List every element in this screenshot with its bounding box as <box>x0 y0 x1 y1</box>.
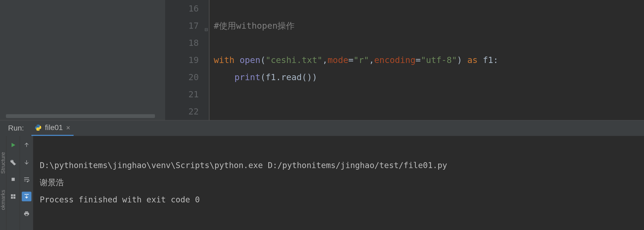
project-panel <box>0 0 165 120</box>
bookmarks-tab[interactable]: okmarks <box>0 190 6 210</box>
comment-text: #使用withopen操作 <box>214 21 295 31</box>
run-toolbar-col2 <box>20 136 33 230</box>
line-number: 17 <box>165 17 199 34</box>
soft-wrap-icon[interactable] <box>22 175 31 184</box>
code-line: with open("ceshi.txt",mode="r",encoding=… <box>214 51 644 69</box>
code-line: #使用withopen操作 <box>214 17 644 34</box>
console-line: D:\pythonitems\jinghao\venv\Scripts\pyth… <box>40 157 638 174</box>
svg-rect-3 <box>11 197 13 199</box>
editor-top-area: 16 17 18 19 20 21 22 ⊟ #使用withopen操作 wit… <box>0 0 644 120</box>
gutter: 16 17 18 19 20 21 22 <box>165 0 209 120</box>
project-scrollbar[interactable] <box>6 114 155 118</box>
run-toolbar-col1 <box>6 136 20 230</box>
scroll-to-end-icon[interactable] <box>22 192 31 201</box>
code-line <box>214 34 644 51</box>
rerun-button[interactable] <box>8 140 18 150</box>
down-arrow-icon[interactable] <box>22 157 31 167</box>
line-number: 19 <box>165 51 199 69</box>
svg-rect-0 <box>12 178 15 181</box>
structure-tab[interactable]: Structure <box>0 152 6 174</box>
code-line <box>214 86 644 103</box>
svg-rect-1 <box>11 194 13 196</box>
up-arrow-icon[interactable] <box>22 140 31 150</box>
code-line <box>214 0 644 17</box>
run-tab[interactable]: file01 × <box>31 120 74 136</box>
line-number: 16 <box>165 0 199 17</box>
run-body: Structure okmarks <box>0 136 644 230</box>
run-panel: Run: file01 × Structure okmarks <box>0 120 644 230</box>
python-icon <box>35 124 42 131</box>
run-tabs-bar: Run: file01 × <box>0 120 644 136</box>
console-output[interactable]: D:\pythonitems\jinghao\venv\Scripts\pyth… <box>33 136 644 230</box>
left-side-strip: Structure okmarks <box>0 136 6 230</box>
print-icon[interactable] <box>22 209 31 218</box>
run-label: Run: <box>8 124 24 132</box>
line-number: 18 <box>165 34 199 51</box>
line-number: 20 <box>165 69 199 86</box>
svg-rect-2 <box>13 194 15 196</box>
close-icon[interactable]: × <box>66 124 70 132</box>
run-tab-name: file01 <box>45 123 63 132</box>
code-line: print(f1.read()) <box>214 69 644 86</box>
stop-button[interactable] <box>8 175 18 184</box>
fold-marker-icon[interactable]: ⊟ <box>205 21 209 26</box>
wrench-icon[interactable] <box>8 157 18 167</box>
code-line <box>214 103 644 120</box>
console-line: Process finished with exit code 0 <box>40 191 638 208</box>
code-area[interactable]: ⊟ #使用withopen操作 with open("ceshi.txt",mo… <box>209 0 644 120</box>
line-number: 21 <box>165 86 199 103</box>
svg-rect-4 <box>13 197 15 199</box>
line-number: 22 <box>165 103 199 120</box>
console-line: 谢景浩 <box>40 174 638 191</box>
layout-button[interactable] <box>8 192 18 201</box>
editor-area[interactable]: 16 17 18 19 20 21 22 ⊟ #使用withopen操作 wit… <box>165 0 644 120</box>
